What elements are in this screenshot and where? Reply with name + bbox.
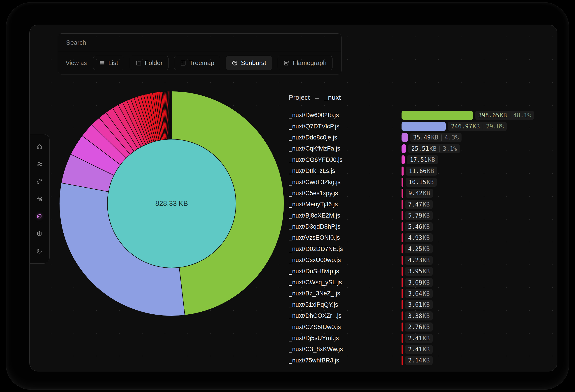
file-row[interactable]: _nuxt/C3_8xKWw.js 2.41 KB xyxy=(289,344,557,355)
file-size-chip: 3.61 KB xyxy=(405,300,433,309)
file-row[interactable]: _nuxt/Q7DTVlcP.js 246.97 KB 29.8% xyxy=(289,121,557,132)
moon-icon xyxy=(36,248,42,254)
tab-flamegraph[interactable]: Flamegraph xyxy=(278,56,332,70)
file-size-unit: KB xyxy=(427,168,434,174)
file-size-chip: 9.42 KB xyxy=(406,189,433,198)
file-name: _nuxt/Bj8oXE2M.js xyxy=(289,212,402,219)
file-row[interactable]: _nuxt/75whfBRJ.js 2.14 KB xyxy=(289,355,557,366)
file-size-chip: 246.97 KB 29.8% xyxy=(448,122,507,131)
file-name: _nuxt/CqKfMzFa.js xyxy=(289,145,402,152)
files-icon xyxy=(36,213,42,219)
file-row[interactable]: _nuxt/Ddo8c0je.js 35.49 KB 4.3% xyxy=(289,132,557,143)
file-size-unit: KB xyxy=(423,301,430,308)
file-size-value: 2.76 xyxy=(408,324,422,330)
file-percent: 48.1% xyxy=(513,112,531,119)
package-icon xyxy=(36,231,42,237)
file-size-chip: 2.14 KB xyxy=(405,356,433,365)
file-size-unit: KB xyxy=(423,346,430,353)
file-name: _nuxt/CWsq_ySL.js xyxy=(289,279,402,286)
file-size-bar xyxy=(402,211,403,220)
file-size-chip: 25.51 KB 3.1% xyxy=(408,144,460,153)
file-size-chip: 3.64 KB xyxy=(405,289,433,298)
file-row[interactable]: _nuxt/CqKfMzFa.js 25.51 KB 3.1% xyxy=(289,143,557,154)
search-toolbar-panel: View as List Folder Treemap Sunburst Fla… xyxy=(58,33,341,74)
file-size-chip: 5.46 KB xyxy=(405,222,433,231)
file-size-bar xyxy=(402,189,403,198)
file-row[interactable]: _nuxt/D0zDD7NE.js 4.25 KB xyxy=(289,244,557,255)
file-size-value: 3.95 xyxy=(408,268,422,275)
file-row[interactable]: _nuxt/D3qdD8hP.js 5.46 KB xyxy=(289,221,557,232)
shapes-icon xyxy=(36,196,42,202)
sidebar-item-shapes[interactable] xyxy=(33,192,46,205)
file-size-chip: 4.93 KB xyxy=(405,233,433,242)
file-size-unit: KB xyxy=(423,357,430,364)
file-row[interactable]: _nuxt/51xiPqQY.js 3.61 KB xyxy=(289,299,557,310)
tab-treemap[interactable]: Treemap xyxy=(174,56,220,70)
file-size-value: 5.46 xyxy=(408,223,422,230)
search-input[interactable] xyxy=(66,39,334,47)
file-row[interactable]: _nuxt/VzsEONI0.js 4.93 KB xyxy=(289,232,557,243)
file-size-value: 4.23 xyxy=(408,257,422,264)
tab-list[interactable]: List xyxy=(93,56,124,70)
file-size-bar xyxy=(402,322,403,332)
tab-label: Treemap xyxy=(189,59,214,67)
file-row[interactable]: _nuxt/DuSH8vtp.js 3.95 KB xyxy=(289,266,557,277)
file-size-unit: KB xyxy=(473,123,479,130)
file-row[interactable]: _nuxt/C5es1xpy.js 9.42 KB xyxy=(289,188,557,199)
file-row[interactable]: _nuxt/CWsq_ySL.js 3.69 KB xyxy=(289,277,557,288)
chip-divider xyxy=(441,135,442,141)
file-row[interactable]: _nuxt/CZS5IUw0.js 2.76 KB xyxy=(289,321,557,332)
sidebar-item-moon[interactable] xyxy=(33,245,46,258)
file-row[interactable]: _nuxt/DtIk_zLs.js 11.66 KB xyxy=(289,165,557,176)
sunburst-chart: _nuxt/Dw6002Ib.js_nuxt/Q7DTVlcP.js_nuxt/… xyxy=(58,90,286,318)
file-size-value: 2.14 xyxy=(408,357,422,364)
file-size-unit: KB xyxy=(423,279,430,286)
file-row[interactable]: _nuxt/CwdL3Zkg.js 10.15 KB xyxy=(289,176,557,188)
sidebar-item-workflow[interactable] xyxy=(33,158,46,171)
file-size-bar xyxy=(402,278,403,287)
file-row[interactable]: _nuxt/Dj5sUYmf.js 2.41 KB xyxy=(289,333,557,344)
file-size-chip: 17.51 KB xyxy=(407,155,438,164)
tab-label: Folder xyxy=(145,59,163,67)
file-row[interactable]: _nuxt/Dw6002Ib.js 398.65 KB 48.1% xyxy=(289,110,557,121)
file-size-unit: KB xyxy=(423,190,430,196)
tab-folder[interactable]: Folder xyxy=(130,56,168,70)
file-size-value: 3.38 xyxy=(408,313,422,319)
file-name: _nuxt/DuSH8vtp.js xyxy=(289,268,402,275)
file-list: _nuxt/Dw6002Ib.js 398.65 KB 48.1% _nuxt/… xyxy=(289,110,557,366)
breadcrumb-root[interactable]: Project xyxy=(289,94,310,101)
breadcrumb-arrow-icon: → xyxy=(314,94,320,101)
sidebar-item-package[interactable] xyxy=(33,227,46,240)
tablet-frame: View as List Folder Treemap Sunburst Fla… xyxy=(6,2,569,390)
file-size-unit: KB xyxy=(423,212,430,219)
sidebar-item-plug[interactable] xyxy=(33,175,46,188)
tab-sunburst[interactable]: Sunburst xyxy=(226,56,272,70)
tab-label: Flamegraph xyxy=(293,59,326,67)
file-size-value: 17.51 xyxy=(410,156,428,163)
sidebar-item-files[interactable] xyxy=(33,210,46,223)
file-row[interactable]: _nuxt/Bj8oXE2M.js 5.79 KB xyxy=(289,210,557,221)
file-size-unit: KB xyxy=(427,179,433,186)
tab-label: List xyxy=(108,59,118,67)
file-row[interactable]: _nuxt/MeuyTjJ6.js 7.47 KB xyxy=(289,199,557,210)
file-name: _nuxt/75whfBRJ.js xyxy=(289,357,402,364)
file-name: _nuxt/D3qdD8hP.js xyxy=(289,223,402,230)
chip-divider xyxy=(439,146,440,152)
file-size-unit: KB xyxy=(423,324,430,330)
file-name: _nuxt/Q7DTVlcP.js xyxy=(289,123,402,130)
file-size-bar xyxy=(402,356,403,365)
list-icon xyxy=(99,60,105,66)
file-size-unit: KB xyxy=(423,201,430,208)
file-size-value: 11.66 xyxy=(409,168,426,174)
file-name: _nuxt/Ddo8c0je.js xyxy=(289,134,402,141)
file-row[interactable]: _nuxt/DhCOXZr_.js 3.38 KB xyxy=(289,310,557,321)
sidebar-item-home[interactable] xyxy=(33,140,46,153)
file-row[interactable]: _nuxt/Bz_3NeZ_.js 3.64 KB xyxy=(289,288,557,299)
file-row[interactable]: _nuxt/CsxU00wp.js 4.23 KB xyxy=(289,255,557,266)
file-row[interactable]: _nuxt/CG6YFDJ0.js 17.51 KB xyxy=(289,154,557,165)
chip-divider xyxy=(510,112,510,118)
file-size-bar xyxy=(402,122,446,131)
file-size-value: 398.65 xyxy=(478,112,500,119)
file-size-bar xyxy=(402,256,403,265)
sunburst-segment[interactable]: unlisted xyxy=(171,91,172,139)
